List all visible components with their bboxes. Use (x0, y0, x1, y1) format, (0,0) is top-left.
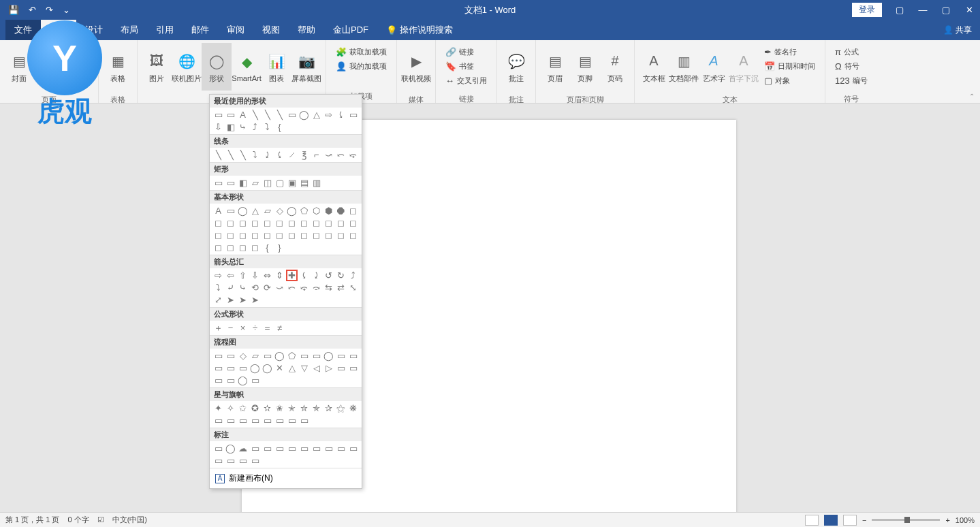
shape-stars-9[interactable]: ✰ (323, 402, 334, 414)
shape-flow-10[interactable]: ▭ (335, 350, 347, 362)
shape-basic-25[interactable]: ◻ (225, 229, 236, 241)
shape-flow-4[interactable]: ▭ (262, 350, 273, 362)
shape-basic-5[interactable]: ◇ (274, 205, 285, 217)
view-read-button[interactable] (805, 515, 819, 526)
shape-arrows-25[interactable]: ➤ (225, 294, 236, 306)
shape-arrows-9[interactable]: ↺ (323, 270, 334, 281)
shape-basic-34[interactable]: ◻ (335, 229, 347, 241)
shape-flow-23[interactable]: ▭ (347, 362, 359, 374)
tab-design[interactable]: 设计 (76, 20, 112, 40)
tab-mailings[interactable]: 邮件 (183, 20, 218, 40)
shape-eq-1[interactable]: − (225, 322, 236, 334)
shape-basic-18[interactable]: ◻ (286, 217, 298, 229)
tell-me[interactable]: 💡 操作说明搜索 (377, 20, 462, 40)
shape-basic-19[interactable]: ◻ (298, 217, 310, 229)
shape-stars-3[interactable]: ✪ (249, 402, 261, 414)
shape-lines-6[interactable]: ⟋ (286, 149, 298, 161)
shape-flow-15[interactable]: ◯ (249, 362, 261, 374)
shape-stars-5[interactable]: ✬ (274, 402, 285, 414)
shape-flow-26[interactable]: ◯ (237, 374, 249, 386)
shape-basic-32[interactable]: ◻ (311, 229, 322, 241)
shape-arrows-15[interactable]: ⟲ (249, 282, 261, 293)
shape-basic-37[interactable]: ◻ (225, 242, 236, 253)
shape-flow-13[interactable]: ▭ (225, 362, 236, 374)
status-wordcount[interactable]: 0 个字 (67, 515, 89, 525)
shape-arrows-20[interactable]: ⤼ (311, 282, 322, 293)
online-picture-button[interactable]: 🌐联机图片 (172, 43, 202, 91)
shape-flow-7[interactable]: ▭ (298, 350, 310, 362)
shape-flow-8[interactable]: ▭ (311, 350, 322, 362)
shape-basic-24[interactable]: ◻ (212, 229, 224, 241)
shape-flow-18[interactable]: △ (286, 362, 298, 374)
shape-recent-5[interactable]: ╲ (274, 109, 285, 121)
shape-eq-5[interactable]: ≠ (274, 322, 285, 334)
shape-arrows-13[interactable]: ⤶ (225, 282, 236, 293)
shape-lines-8[interactable]: ⌐ (311, 149, 322, 161)
shape-basic-16[interactable]: ◻ (262, 217, 273, 229)
shape-flow-17[interactable]: ✕ (274, 362, 285, 374)
shape-basic-31[interactable]: ◻ (298, 229, 310, 241)
shape-stars-7[interactable]: ✮ (298, 402, 310, 414)
online-video-button[interactable]: ▶联机视频 (401, 43, 431, 91)
shape-stars-13[interactable]: ▭ (225, 415, 236, 426)
shape-callouts-3[interactable]: ▭ (249, 443, 261, 454)
sigline-button[interactable]: ✒签名行 (761, 46, 818, 59)
shape-lines-10[interactable]: ⤺ (335, 149, 347, 161)
shape-arrows-3[interactable]: ⇩ (249, 270, 261, 281)
shape-basic-7[interactable]: ⬠ (298, 205, 310, 217)
shape-flow-20[interactable]: ◁ (311, 362, 322, 374)
shape-basic-0[interactable]: A (212, 205, 224, 217)
shape-eq-4[interactable]: ＝ (262, 322, 273, 334)
status-page[interactable]: 第 1 页，共 1 页 (5, 515, 59, 525)
shape-recent-16[interactable]: ⤵ (262, 121, 273, 133)
shape-basic-6[interactable]: ◯ (286, 205, 298, 217)
shape-arrows-22[interactable]: ⇄ (335, 282, 347, 293)
shape-callouts-8[interactable]: ▭ (311, 443, 322, 454)
tab-insert[interactable]: 插入 (41, 20, 76, 40)
shape-recent-14[interactable]: ⤷ (237, 121, 249, 133)
shape-stars-6[interactable]: ✭ (286, 402, 298, 414)
shape-flow-0[interactable]: ▭ (212, 350, 224, 362)
shape-flow-27[interactable]: ▭ (249, 374, 261, 386)
shape-flow-12[interactable]: ▭ (212, 362, 224, 374)
shape-callouts-6[interactable]: ▭ (286, 443, 298, 454)
shape-basic-38[interactable]: ◻ (237, 242, 249, 253)
shape-recent-13[interactable]: ◧ (225, 121, 236, 133)
shape-lines-9[interactable]: ⤻ (323, 149, 334, 161)
shape-recent-4[interactable]: ╲ (262, 109, 273, 121)
tab-layout[interactable]: 布局 (112, 20, 147, 40)
page-break-button[interactable]: ⤴分页 (64, 43, 94, 91)
shape-arrows-17[interactable]: ⤻ (274, 282, 285, 293)
symbol-button[interactable]: Ω符号 (832, 60, 870, 73)
shape-callouts-0[interactable]: ▭ (212, 443, 224, 454)
quickparts-button[interactable]: ▥文档部件 (669, 43, 699, 91)
shape-basic-4[interactable]: ▱ (262, 205, 273, 217)
shape-stars-15[interactable]: ▭ (249, 415, 261, 426)
shape-basic-27[interactable]: ◻ (249, 229, 261, 241)
shape-rects-0[interactable]: ▭ (212, 177, 224, 189)
shape-stars-11[interactable]: ❋ (347, 402, 359, 414)
get-addins-button[interactable]: 🧩获取加载项 (333, 46, 390, 59)
status-proofing-icon[interactable]: ☑ (97, 515, 104, 524)
shape-lines-7[interactable]: ℥ (298, 149, 310, 161)
pagenum-button[interactable]: #页码 (600, 43, 630, 91)
shape-recent-6[interactable]: ▭ (286, 109, 298, 121)
picture-button[interactable]: 🖼图片 (142, 43, 172, 91)
shape-rects-2[interactable]: ◧ (237, 177, 249, 189)
shape-basic-29[interactable]: ◻ (274, 229, 285, 241)
shape-arrows-19[interactable]: ⤽ (298, 282, 310, 293)
wordart-button[interactable]: A艺术字 (699, 43, 729, 91)
shape-lines-11[interactable]: ⤽ (347, 149, 359, 161)
shape-stars-4[interactable]: ✫ (262, 402, 273, 414)
shape-recent-7[interactable]: ◯ (298, 109, 310, 121)
shape-basic-1[interactable]: ▭ (225, 205, 236, 217)
shape-stars-17[interactable]: ▭ (274, 415, 285, 426)
shape-arrows-24[interactable]: ⤢ (212, 294, 224, 306)
shape-basic-3[interactable]: △ (249, 205, 261, 217)
shapes-button[interactable]: ◯形状 (202, 43, 232, 91)
shape-rects-5[interactable]: ▢ (274, 177, 285, 189)
zoom-out-button[interactable]: − (862, 516, 866, 524)
smartart-button[interactable]: ◆SmartArt (232, 43, 262, 91)
shape-rects-3[interactable]: ▱ (249, 177, 261, 189)
shape-recent-1[interactable]: ▭ (225, 109, 236, 121)
